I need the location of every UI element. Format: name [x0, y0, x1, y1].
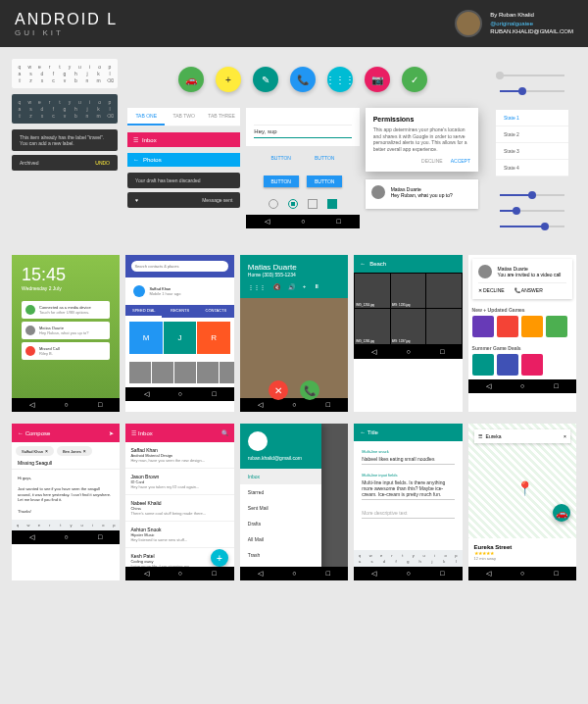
drawer-sent[interactable]: Sent Mail	[240, 500, 321, 516]
drawer-inbox[interactable]: Inbox	[240, 469, 321, 484]
speed-tile[interactable]: R	[197, 322, 229, 354]
notification-msg[interactable]: Matias DuarteHey Ruban, what you up to?	[366, 179, 478, 209]
dialog-accept[interactable]: ACCEPT	[451, 158, 470, 164]
form-input-1[interactable]: Nabeel likes eating small noodles	[362, 454, 454, 465]
keyboard-mini[interactable]: qwertyuiop	[12, 520, 120, 530]
text-input[interactable]: Hey, sup	[254, 126, 351, 138]
radio-off[interactable]	[269, 199, 278, 209]
gallery-item[interactable]	[426, 274, 461, 308]
menu-icon[interactable]: ☰	[131, 430, 136, 436]
slider-4[interactable]	[500, 226, 564, 227]
nav-home[interactable]: ○	[301, 218, 305, 226]
slider-3[interactable]	[500, 210, 564, 212]
inbox-item[interactable]: Nabeel KhalidChinaThere's some cool stuf…	[125, 495, 233, 522]
nav-back[interactable]: ◁	[265, 218, 270, 226]
undo-action[interactable]: UNDO	[95, 160, 110, 166]
map-search[interactable]: ☰Eureka×	[474, 429, 570, 443]
inbox-item[interactable]: Jason BrownID CardHey have you taken my …	[125, 469, 233, 495]
end-call[interactable]: ✕	[269, 380, 288, 400]
speed-tile[interactable]: J	[164, 322, 196, 354]
inbox-item[interactable]: Ashton SnookHipster MusicHey listened to…	[125, 522, 233, 548]
directions-fab[interactable]: 🚗	[553, 504, 570, 522]
radio-on[interactable]	[288, 199, 298, 209]
recipient-chip[interactable]: Ben Jones×	[57, 446, 92, 456]
dialpad-icon[interactable]: ⋮⋮⋮	[248, 283, 266, 290]
inbox-item[interactable]: Saffad KhanAndroid Material DesignHey ma…	[125, 442, 233, 469]
recipient-chip[interactable]: Saffad Khan×	[16, 446, 54, 456]
keyboard-light[interactable]: qwertyuiop asdfghjkl ⇧zxcvbnm⌫	[12, 59, 118, 88]
dialog-decline[interactable]: DECLINE	[421, 158, 443, 164]
gallery-item[interactable]: IMG_1237.jpg	[391, 309, 425, 343]
slider-empty[interactable]	[500, 75, 564, 76]
fab-dialpad[interactable]: ⋮⋮⋮	[327, 67, 353, 92]
nav-recent[interactable]: □	[336, 218, 340, 226]
drawer-drafts[interactable]: Drafts	[240, 516, 321, 531]
fab-camera[interactable]: 📷	[365, 67, 390, 92]
fab-edit[interactable]: ✎	[253, 67, 278, 92]
state-4[interactable]: State 4	[496, 160, 568, 176]
gallery-item[interactable]: IMG_1235.jpg	[391, 274, 425, 308]
checkbox-off[interactable]	[308, 199, 318, 209]
drawer-trash[interactable]: Trash	[240, 547, 321, 563]
form-input-3[interactable]: More descriptive text	[362, 508, 454, 519]
add-call-icon[interactable]: +	[303, 283, 307, 290]
map[interactable]: ☰Eureka× 📍 🚗 Eureka Street ★★★★★ 12 min …	[468, 424, 576, 567]
hold-icon[interactable]: ⏸	[314, 283, 319, 290]
flat-button-2[interactable]: BUTTON	[307, 152, 342, 164]
gallery-item[interactable]: IMG_1236.jpg	[355, 309, 389, 343]
gallery-item[interactable]	[426, 309, 461, 343]
answer-action[interactable]: 📞 ANSWER	[514, 287, 543, 293]
compose-fab[interactable]: +	[211, 549, 228, 567]
lock-notif-call[interactable]: Missed CallRiley B.	[22, 342, 110, 360]
search-icon[interactable]: 🔍	[221, 429, 228, 436]
store-tile[interactable]	[472, 316, 494, 337]
back-icon[interactable]: ←	[133, 157, 139, 163]
place-card[interactable]: Eureka Street ★★★★★ 12 min away	[468, 538, 576, 567]
subject-field[interactable]: Missing Seagull	[12, 460, 120, 470]
state-2[interactable]: State 2	[496, 126, 568, 143]
fab-add[interactable]: +	[216, 67, 241, 92]
recent-contact[interactable]: Saffad KhanMobile 1 hour ago	[129, 281, 229, 301]
compose-body[interactable]: Hi guys, Just wanted to see if you have …	[12, 470, 120, 520]
tab-contacts[interactable]: CONTACTS	[198, 305, 234, 318]
drawer-all[interactable]: All Mail	[240, 531, 321, 547]
flat-button[interactable]: BUTTON	[264, 152, 299, 164]
tab-recents[interactable]: RECENTS	[162, 305, 198, 318]
tab-two[interactable]: TAB TWO	[165, 108, 202, 126]
checkbox-on[interactable]	[327, 199, 337, 209]
tab-one[interactable]: TAB ONE	[127, 108, 165, 126]
fab-directions[interactable]: 🚗	[178, 67, 204, 92]
map-pin-icon[interactable]: 📍	[516, 480, 533, 496]
author-handle[interactable]: @originalgoatee	[490, 20, 573, 27]
keyboard-dark[interactable]: qwertyuiop asdfghjkl ⇧zxcvbnm⌫	[12, 94, 118, 124]
back-icon[interactable]: ←	[360, 429, 366, 435]
tab-speeddial[interactable]: SPEED DIAL	[125, 305, 162, 318]
mute-icon[interactable]: 🔇	[273, 283, 280, 290]
slider-1[interactable]	[500, 90, 564, 92]
fab-done[interactable]: ✓	[402, 67, 427, 92]
lock-notif-msg[interactable]: Matias DuarteHey Ruban, what you up to?	[22, 322, 110, 339]
speaker-icon[interactable]: 🔊	[288, 283, 295, 290]
lock-notif-usb[interactable]: Connected as a media deviceTouch for oth…	[22, 301, 110, 319]
dialer-search[interactable]	[131, 261, 227, 272]
fab-call[interactable]: 📞	[290, 67, 316, 92]
back-icon[interactable]: ←	[18, 430, 24, 436]
state-3[interactable]: State 3	[496, 143, 568, 160]
keyboard-mini[interactable]: qwertyuiop asdfghjkl	[354, 550, 462, 567]
gallery-item[interactable]: IMG_1234.jpg	[355, 274, 389, 308]
tab-three[interactable]: TAB THREE	[203, 108, 240, 126]
decline-action[interactable]: ✕ DECLINE	[478, 287, 505, 293]
raised-button[interactable]: BUTTON	[264, 176, 299, 187]
raised-button-2[interactable]: BUTTON	[307, 176, 342, 187]
form-input-2[interactable]: Multi-line input fields. Is there anythi…	[362, 478, 454, 500]
clear-icon[interactable]: ×	[564, 433, 566, 439]
speed-tile[interactable]: M	[129, 322, 162, 354]
answer-call[interactable]: 📞	[300, 380, 319, 400]
slider-2[interactable]	[500, 194, 564, 196]
menu-icon[interactable]: ☰	[133, 136, 138, 143]
state-1[interactable]: State 1	[496, 110, 568, 126]
back-icon[interactable]: ←	[360, 261, 366, 267]
drawer-starred[interactable]: Starred	[240, 484, 321, 500]
menu-icon[interactable]: ☰	[478, 433, 482, 439]
send-icon[interactable]: ➤	[109, 429, 114, 436]
